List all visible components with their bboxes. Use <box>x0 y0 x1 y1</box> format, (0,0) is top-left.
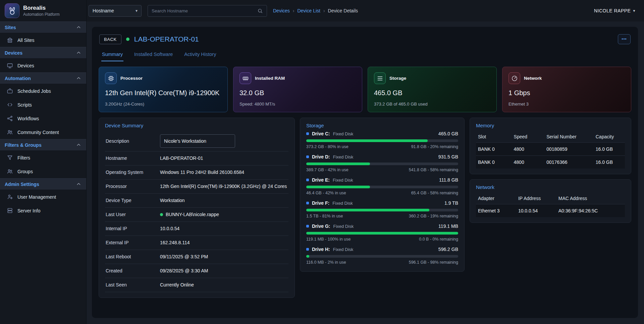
row-label: Description <box>106 138 157 144</box>
brand-name: Borealis <box>23 5 60 11</box>
card-label: Processor <box>120 76 143 81</box>
row-label: Last Reboot <box>106 254 157 260</box>
ram-icon <box>239 72 251 84</box>
sidebar: Borealis Automation Platform Sites All S… <box>0 0 87 324</box>
drive-used: 1.5 TB - 81% in use <box>306 214 343 218</box>
network-footer: Ethernet 3 <box>508 102 625 107</box>
device-summary-panel: Device Summary Description Hostname LAB-… <box>99 118 295 298</box>
tab-installed-software[interactable]: Installed Software <box>133 49 173 61</box>
sidebar-nav: Sites All Sites Devices Devices Automati… <box>0 21 86 217</box>
briefcase-icon <box>6 88 13 94</box>
column-header: Slot <box>476 131 512 143</box>
sidebar-item-user-management[interactable]: User Management <box>0 190 86 204</box>
chevron-up-icon <box>76 50 82 56</box>
drive-bullet-icon <box>306 155 309 158</box>
caret-down-icon: ▾ <box>136 8 138 13</box>
processor-card: Processor 12th Gen Intel(R) Core(TM) i9-… <box>99 67 228 112</box>
sidebar-section-devices[interactable]: Devices <box>0 47 86 59</box>
brand[interactable]: Borealis Automation Platform <box>0 0 86 21</box>
sidebar-item-community-content[interactable]: Community Content <box>0 125 86 139</box>
tab-bar: Summary Installed Software Activity Hist… <box>99 48 631 61</box>
memory-speed: 4800 <box>512 143 545 156</box>
sidebar-section-filters-groups[interactable]: Filters & Groups <box>0 139 86 151</box>
tab-activity-history[interactable]: Activity History <box>183 49 217 61</box>
drive-usage-fill <box>306 139 428 142</box>
memory-panel: Memory Slot Speed Serial Number Capacity <box>470 118 631 174</box>
sidebar-item-server-info[interactable]: Server Info <box>0 204 86 217</box>
column-header: Adapter <box>476 193 516 204</box>
summary-row-hostname: Hostname LAB-OPERATOR-01 <box>105 151 288 166</box>
breadcrumb-device-list[interactable]: Device List <box>297 8 320 13</box>
network-mac: A0:36:9F:94:26:5C <box>556 204 625 217</box>
detail-panels: Device Summary Description Hostname LAB-… <box>99 118 631 298</box>
sidebar-item-filters[interactable]: Filters <box>0 151 86 165</box>
sidebar-item-label: Groups <box>17 169 33 174</box>
user-name: NICOLE RAPPE <box>594 8 631 13</box>
network-panel: Network Adapter IP Address MAC Address <box>470 179 631 223</box>
drive-remaining: 541.8 GB - 58% remaining <box>409 168 458 172</box>
drive-used: 46.4 GB - 42% in use <box>306 191 346 195</box>
storage-stack-icon <box>374 72 386 84</box>
sidebar-item-all-sites[interactable]: All Sites <box>0 33 86 47</box>
sidebar-item-label: Devices <box>17 63 34 68</box>
drive-e-row: Drive E: Fixed Disk 111.8 GB 46.4 GB - 4… <box>306 177 458 195</box>
sidebar-section-sites[interactable]: Sites <box>0 21 86 33</box>
memory-table: Slot Speed Serial Number Capacity BANK 0 <box>476 131 625 169</box>
row-label: Device Type <box>106 197 157 204</box>
hostname-filter-dropdown[interactable]: Hostname ▾ <box>89 5 142 17</box>
ram-value: 32.0 GB <box>239 89 356 97</box>
drive-usage-fill <box>306 163 370 165</box>
sidebar-section-admin-settings[interactable]: Admin Settings <box>0 178 86 190</box>
drive-type: Fixed Disk <box>333 154 354 159</box>
back-button[interactable]: BACK <box>99 35 121 44</box>
drive-type: Fixed Disk <box>333 247 354 252</box>
summary-row-last-seen: Last Seen Currently Online <box>105 278 288 292</box>
brand-text: Borealis Automation Platform <box>23 5 60 17</box>
column-header: Speed <box>512 131 545 143</box>
drive-size: 111.8 GB <box>439 177 458 183</box>
sidebar-item-scheduled-jobs[interactable]: Scheduled Jobs <box>0 84 86 98</box>
network-gauge-icon <box>508 72 520 84</box>
summary-row-external-ip: External IP 162.248.8.114 <box>105 236 288 250</box>
chevron-down-icon: ▾ <box>633 8 635 13</box>
row-value: 162.248.8.114 <box>160 240 190 246</box>
groups-icon <box>6 168 13 175</box>
search-input[interactable] <box>152 8 257 13</box>
breadcrumb: Devices › Device List › Device Details <box>273 8 358 13</box>
user-menu[interactable]: NICOLE RAPPE ▾ <box>594 8 635 13</box>
sidebar-item-label: Scheduled Jobs <box>17 88 51 94</box>
memory-slot: BANK 0 <box>476 156 512 169</box>
sidebar-item-scripts[interactable]: Scripts <box>0 98 86 112</box>
memory-row: BANK 0 4800 00180859 16.0 GB <box>476 143 625 156</box>
network-value: 1 Gbps <box>508 89 625 97</box>
sidebar-item-devices[interactable]: Devices <box>0 59 86 72</box>
user-gear-icon <box>6 194 13 200</box>
tab-summary[interactable]: Summary <box>101 49 123 61</box>
drive-usage-bar <box>306 139 458 142</box>
panel-title: Storage <box>306 123 458 128</box>
drive-usage-bar <box>306 186 458 188</box>
ram-footer: Speed: 4800 MT/s <box>239 102 356 107</box>
row-value: 09/11/2025 @ 3:52 PM <box>160 254 208 260</box>
drive-name: Drive D: <box>312 154 330 159</box>
chevron-up-icon <box>76 181 82 187</box>
search-icon[interactable] <box>257 8 263 14</box>
sidebar-section-automation[interactable]: Automation <box>0 72 86 84</box>
right-column: Memory Slot Speed Serial Number Capacity <box>470 118 631 223</box>
server-icon <box>6 207 13 214</box>
description-input[interactable] <box>160 134 235 148</box>
memory-speed: 4800 <box>512 156 545 169</box>
more-options-button[interactable]: ••• <box>618 34 631 44</box>
drive-name: Drive C: <box>312 131 330 136</box>
sidebar-item-groups[interactable]: Groups <box>0 165 86 178</box>
summary-row-last-reboot: Last Reboot 09/11/2025 @ 3:52 PM <box>105 250 288 264</box>
network-adapter: Ethernet 3 <box>476 204 516 217</box>
drive-bullet-icon <box>306 179 309 181</box>
drive-name: Drive H: <box>312 247 330 252</box>
storage-footer: 373.2 GB of 465.0 GB used <box>374 102 490 107</box>
sidebar-item-workflows[interactable]: Workflows <box>0 112 86 125</box>
breadcrumb-devices[interactable]: Devices <box>273 8 290 13</box>
storage-panel: Storage Drive C: Fixed Disk 465.0 GB 373… <box>300 118 465 272</box>
user-online-dot <box>160 213 163 216</box>
drive-type: Fixed Disk <box>333 224 354 229</box>
